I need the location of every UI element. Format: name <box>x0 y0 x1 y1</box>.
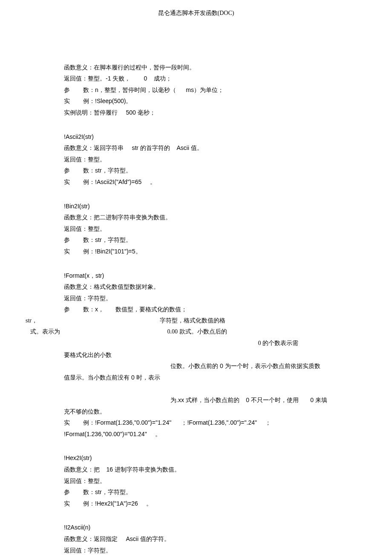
body-text: 值显示。当小数点前没有 0 时，表示 <box>64 372 328 383</box>
body-text: 返回值：字符型。 <box>64 545 328 555</box>
body-text: 函数意义：在脚本履行的过程中，暂停一段时间。 <box>64 62 328 73</box>
body-text: 返回值：整型。 <box>64 223 328 235</box>
body-text: 返回值：整型。 <box>64 154 328 165</box>
function-name: !I2Ascii(n) <box>64 522 328 533</box>
body-text: 参 数：str，字符型。 <box>64 234 328 246</box>
body-text: 函数意义：返回指定 Ascii 值的字符。 <box>64 533 328 545</box>
body-text: str， 字符型，格式化数值的格 <box>26 315 328 327</box>
page-header: 昆仑通态脚本开发函数(DOC) <box>0 0 392 19</box>
body-text: 参 数：str，字符型。 <box>64 165 328 176</box>
body-text: 参 数：n，整型，暂停时间，以毫秒（ ms）为单位； <box>64 84 328 96</box>
section-sleep: 函数意义：在脚本履行的过程中，暂停一段时间。 返回值：整型。-1 失败， 0 成… <box>64 62 328 118</box>
body-text: 函数意义：把 16 进制字符串变换为数值。 <box>64 464 328 475</box>
body-text: 为.xx 式样，当小数点前的 0 不只一个时，使用 0 来填 <box>64 394 328 406</box>
body-text: 函数意义：把二进制字符串变换为数值。 <box>64 212 328 223</box>
body-text: !Format(1.236,"00.00")="01.24" 。 <box>64 428 328 440</box>
body-text: 参 数：x， 数值型，要格式化的数值； <box>64 304 328 315</box>
function-name: !Bin2I(str) <box>64 201 328 212</box>
body-text: 实 例：!Format(1.236,"0.00")="1.24" ；!Forma… <box>64 417 328 428</box>
body-text: 返回值：字符型。 <box>64 293 328 304</box>
body-text: 参 数：str，字符型。 <box>64 486 328 498</box>
function-name: !Hex2I(str) <box>64 452 328 464</box>
body-text: 函数意义：返回字符串 str 的首字符的 Ascii 值。 <box>64 142 328 154</box>
function-name: !Ascii2I(str) <box>64 131 328 143</box>
body-text: 充不够的位数。 <box>64 406 328 417</box>
section-bin2i: !Bin2I(str) 函数意义：把二进制字符串变换为数值。 返回值：整型。 参… <box>64 201 328 257</box>
body-text: 实 例：!Hex2I("1A")=26 。 <box>64 498 328 509</box>
section-format: !Format(x，str) 函数意义：格式化数值型数据对象。 返回值：字符型。… <box>64 270 328 440</box>
body-text <box>64 383 328 394</box>
body-text: 返回值：整型。-1 失败， 0 成功； <box>64 73 328 84</box>
body-text: 0 的个数表示需 <box>64 338 328 349</box>
document-body: 函数意义：在脚本履行的过程中，暂停一段时间。 返回值：整型。-1 失败， 0 成… <box>0 19 392 555</box>
body-text: 式。表示为 0.00 款式。小数点后的 <box>26 326 328 338</box>
body-text: 实 例：!Bin2I("101")=5。 <box>64 246 328 257</box>
section-i2ascii: !I2Ascii(n) 函数意义：返回指定 Ascii 值的字符。 返回值：字符… <box>64 522 328 555</box>
body-text: 实 例：!Ascii2I("Afd")=65 。 <box>64 176 328 188</box>
section-hex2i: !Hex2I(str) 函数意义：把 16 进制字符串变换为数值。 返回值：整型… <box>64 452 328 509</box>
section-ascii2i: !Ascii2I(str) 函数意义：返回字符串 str 的首字符的 Ascii… <box>64 131 328 188</box>
header-title: 昆仑通态脚本开发函数(DOC) <box>158 10 234 16</box>
body-text: 函数意义：格式化数值型数据对象。 <box>64 281 328 293</box>
body-text: 实例说明：暂停履行 500 毫秒； <box>64 107 328 118</box>
body-text: 要格式化出的小数 <box>64 349 328 361</box>
body-text: 位数。小数点前的 0 为一个时，表示小数点前依据实质数 <box>64 360 328 372</box>
body-text: 返回值：整型。 <box>64 475 328 487</box>
body-text: 实 例：!Sleep(500)。 <box>64 95 328 107</box>
function-name: !Format(x，str) <box>64 270 328 282</box>
